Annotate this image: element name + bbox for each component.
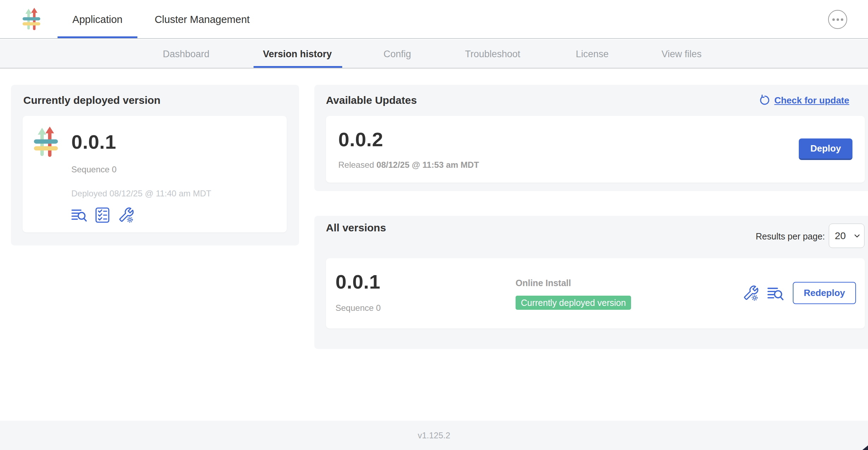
- tab-application-label: Application: [72, 14, 123, 25]
- deployed-version-number: 0.0.1: [71, 131, 116, 153]
- tab-application[interactable]: Application: [58, 0, 137, 39]
- released-label: Released: [338, 160, 376, 170]
- results-per-page-select[interactable]: 20: [829, 224, 864, 248]
- row-install-type: Online Install: [516, 278, 571, 288]
- deployed-version-panel: 0.0.1 Sequence 0 Deployed 08/12/25 @ 11:…: [23, 116, 287, 232]
- app-logo: [23, 7, 40, 31]
- footer: v1.125.2: [0, 421, 868, 450]
- app-logo: [32, 126, 60, 159]
- refresh-icon: [759, 95, 770, 106]
- config-icon[interactable]: [743, 285, 759, 301]
- deployed-sequence: Sequence 0: [71, 165, 117, 174]
- deploy-button[interactable]: Deploy: [799, 138, 852, 160]
- top-navbar: Application Cluster Management: [0, 0, 868, 39]
- available-updates-card: Available Updates Check for update 0.0.2…: [314, 85, 868, 191]
- results-per-page-label: Results per page:: [756, 231, 825, 242]
- logs-icon[interactable]: [767, 286, 784, 301]
- preflight-icon[interactable]: [95, 207, 109, 223]
- tab-cluster-management[interactable]: Cluster Management: [150, 0, 254, 39]
- currently-deployed-card: Currently deployed version 0.0.1 Sequenc…: [11, 85, 299, 245]
- active-tab-underline: [58, 36, 137, 38]
- ellipsis-menu-icon[interactable]: [828, 10, 847, 29]
- config-icon[interactable]: [118, 207, 134, 223]
- redeploy-button[interactable]: Redeploy: [793, 282, 856, 304]
- update-version-panel: 0.0.2 Released 08/12/25 @ 11:53 am MDT D…: [326, 116, 865, 183]
- all-versions-card: All versions Results per page: 20 0.0.1 …: [314, 216, 868, 349]
- subnav-troubleshoot[interactable]: Troubleshoot: [465, 40, 521, 69]
- deployed-action-icons: [71, 207, 134, 223]
- update-version-number: 0.0.2: [338, 129, 383, 150]
- check-for-update-link[interactable]: Check for update: [759, 95, 849, 106]
- released-date: 08/12/25 @ 11:53 am MDT: [376, 160, 479, 170]
- deployed-timestamp: Deployed 08/12/25 @ 11:40 am MDT: [71, 189, 211, 199]
- subnav-view-files[interactable]: View files: [661, 40, 702, 69]
- subnav-dashboard[interactable]: Dashboard: [163, 40, 209, 69]
- tab-cluster-management-label: Cluster Management: [155, 14, 250, 25]
- results-per-page-select-wrap: 20: [829, 224, 864, 248]
- row-version-number: 0.0.1: [335, 271, 380, 292]
- update-released-timestamp: Released 08/12/25 @ 11:53 am MDT: [338, 160, 479, 170]
- version-row: 0.0.1 Sequence 0 Online Install Currentl…: [326, 258, 865, 328]
- active-subnav-underline: [254, 66, 342, 68]
- subnav-version-history[interactable]: Version history: [263, 40, 332, 69]
- available-updates-title: Available Updates: [326, 94, 417, 107]
- app-subnav: Dashboard Version history Config Trouble…: [0, 40, 868, 69]
- all-versions-title: All versions: [326, 221, 386, 234]
- subnav-config[interactable]: Config: [384, 40, 411, 69]
- row-sequence: Sequence 0: [335, 303, 381, 313]
- check-for-update-label: Check for update: [774, 95, 849, 106]
- kots-version: v1.125.2: [418, 431, 450, 440]
- currently-deployed-badge: Currently deployed version: [516, 296, 631, 310]
- logs-icon[interactable]: [71, 208, 87, 222]
- subnav-license[interactable]: License: [576, 40, 608, 69]
- currently-deployed-title: Currently deployed version: [23, 94, 160, 107]
